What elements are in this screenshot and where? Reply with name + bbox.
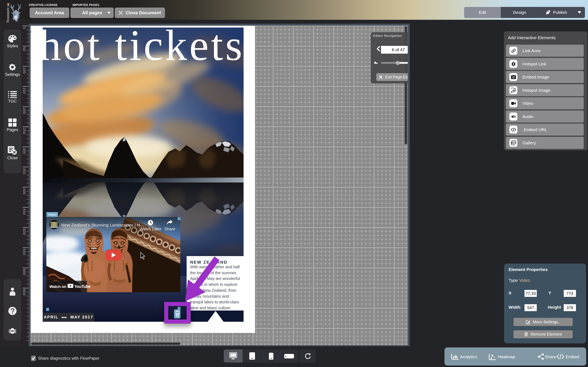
svg-text:flowpaper: flowpaper (6, 7, 9, 22)
